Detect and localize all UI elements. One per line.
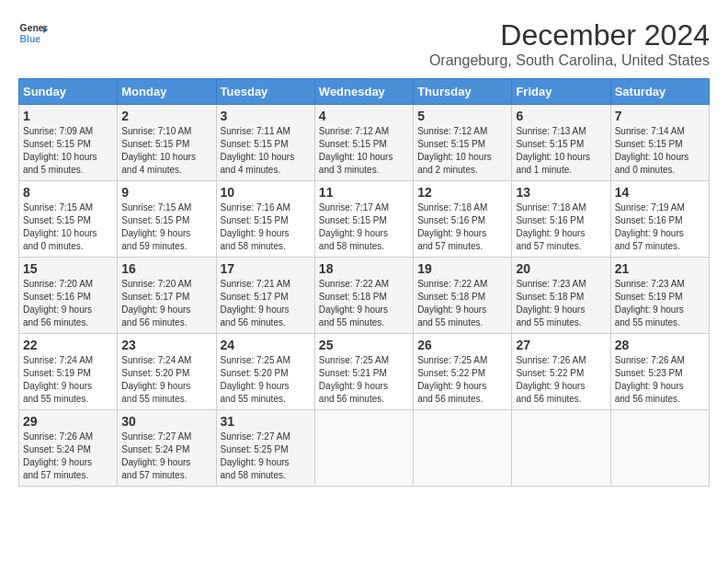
day-cell: [314, 410, 413, 487]
day-info: Sunrise: 7:21 AM Sunset: 5:17 PM Dayligh…: [221, 278, 311, 329]
logo-icon: General Blue: [18, 18, 48, 48]
location-subtitle: Orangeburg, South Carolina, United State…: [429, 52, 710, 69]
day-cell: 11Sunrise: 7:17 AM Sunset: 5:15 PM Dayli…: [314, 181, 413, 258]
day-number: 28: [615, 338, 705, 352]
week-row-5: 29Sunrise: 7:26 AM Sunset: 5:24 PM Dayli…: [19, 410, 710, 487]
day-info: Sunrise: 7:23 AM Sunset: 5:18 PM Dayligh…: [516, 278, 606, 329]
day-number: 3: [221, 109, 311, 123]
day-info: Sunrise: 7:12 AM Sunset: 5:15 PM Dayligh…: [417, 125, 507, 177]
page-header: General Blue December 2024 Orangeburg, S…: [18, 18, 710, 69]
day-number: 22: [23, 338, 113, 352]
day-info: Sunrise: 7:22 AM Sunset: 5:18 PM Dayligh…: [417, 278, 507, 329]
day-number: 6: [516, 109, 606, 123]
day-cell: 4Sunrise: 7:12 AM Sunset: 5:15 PM Daylig…: [314, 105, 413, 181]
day-number: 27: [516, 338, 606, 352]
day-cell: 24Sunrise: 7:25 AM Sunset: 5:20 PM Dayli…: [216, 334, 314, 410]
day-info: Sunrise: 7:12 AM Sunset: 5:15 PM Dayligh…: [319, 125, 409, 177]
day-cell: 30Sunrise: 7:27 AM Sunset: 5:24 PM Dayli…: [118, 410, 216, 487]
day-info: Sunrise: 7:16 AM Sunset: 5:15 PM Dayligh…: [221, 201, 311, 253]
day-cell: 27Sunrise: 7:26 AM Sunset: 5:22 PM Dayli…: [512, 334, 610, 410]
day-number: 29: [23, 414, 113, 429]
day-info: Sunrise: 7:18 AM Sunset: 5:16 PM Dayligh…: [516, 201, 606, 253]
month-title: December 2024: [429, 18, 710, 52]
day-cell: 1Sunrise: 7:09 AM Sunset: 5:15 PM Daylig…: [19, 105, 118, 181]
day-info: Sunrise: 7:10 AM Sunset: 5:15 PM Dayligh…: [121, 125, 211, 177]
day-cell: 29Sunrise: 7:26 AM Sunset: 5:24 PM Dayli…: [19, 410, 118, 487]
day-number: 26: [417, 338, 507, 352]
day-number: 7: [615, 109, 705, 123]
day-number: 19: [417, 261, 507, 276]
day-info: Sunrise: 7:18 AM Sunset: 5:16 PM Dayligh…: [417, 201, 507, 253]
day-cell: 25Sunrise: 7:25 AM Sunset: 5:21 PM Dayli…: [314, 334, 413, 410]
week-row-3: 15Sunrise: 7:20 AM Sunset: 5:16 PM Dayli…: [19, 258, 710, 334]
day-info: Sunrise: 7:14 AM Sunset: 5:15 PM Dayligh…: [615, 125, 705, 177]
day-cell: 18Sunrise: 7:22 AM Sunset: 5:18 PM Dayli…: [314, 258, 413, 334]
day-cell: [610, 410, 709, 487]
day-number: 25: [319, 338, 409, 352]
day-number: 13: [516, 185, 606, 200]
day-cell: 13Sunrise: 7:18 AM Sunset: 5:16 PM Dayli…: [512, 181, 610, 258]
day-number: 18: [319, 261, 409, 276]
day-cell: 17Sunrise: 7:21 AM Sunset: 5:17 PM Dayli…: [216, 258, 314, 334]
day-info: Sunrise: 7:22 AM Sunset: 5:18 PM Dayligh…: [319, 278, 409, 329]
day-cell: 7Sunrise: 7:14 AM Sunset: 5:15 PM Daylig…: [610, 105, 709, 181]
day-cell: 9Sunrise: 7:15 AM Sunset: 5:15 PM Daylig…: [118, 181, 216, 258]
day-info: Sunrise: 7:25 AM Sunset: 5:21 PM Dayligh…: [319, 354, 409, 406]
day-cell: 12Sunrise: 7:18 AM Sunset: 5:16 PM Dayli…: [414, 181, 512, 258]
day-number: 12: [417, 185, 507, 200]
day-cell: 15Sunrise: 7:20 AM Sunset: 5:16 PM Dayli…: [19, 258, 118, 334]
day-info: Sunrise: 7:17 AM Sunset: 5:15 PM Dayligh…: [319, 201, 409, 253]
day-cell: 20Sunrise: 7:23 AM Sunset: 5:18 PM Dayli…: [512, 258, 610, 334]
header-cell-sunday: Sunday: [19, 79, 118, 105]
day-cell: 19Sunrise: 7:22 AM Sunset: 5:18 PM Dayli…: [414, 258, 512, 334]
week-row-2: 8Sunrise: 7:15 AM Sunset: 5:15 PM Daylig…: [19, 181, 710, 258]
day-info: Sunrise: 7:26 AM Sunset: 5:23 PM Dayligh…: [615, 354, 705, 406]
day-info: Sunrise: 7:25 AM Sunset: 5:22 PM Dayligh…: [417, 354, 507, 406]
day-number: 15: [23, 261, 113, 276]
day-info: Sunrise: 7:20 AM Sunset: 5:16 PM Dayligh…: [23, 278, 113, 329]
day-info: Sunrise: 7:09 AM Sunset: 5:15 PM Dayligh…: [23, 125, 113, 177]
day-info: Sunrise: 7:25 AM Sunset: 5:20 PM Dayligh…: [221, 354, 311, 406]
day-cell: 2Sunrise: 7:10 AM Sunset: 5:15 PM Daylig…: [118, 105, 216, 181]
week-row-1: 1Sunrise: 7:09 AM Sunset: 5:15 PM Daylig…: [19, 105, 710, 181]
day-cell: 10Sunrise: 7:16 AM Sunset: 5:15 PM Dayli…: [216, 181, 314, 258]
day-number: 21: [615, 261, 705, 276]
day-number: 11: [319, 185, 409, 200]
day-cell: 22Sunrise: 7:24 AM Sunset: 5:19 PM Dayli…: [19, 334, 118, 410]
day-info: Sunrise: 7:27 AM Sunset: 5:25 PM Dayligh…: [221, 431, 311, 482]
day-number: 1: [23, 109, 113, 123]
day-number: 30: [121, 414, 211, 429]
day-cell: 16Sunrise: 7:20 AM Sunset: 5:17 PM Dayli…: [118, 258, 216, 334]
logo: General Blue: [18, 18, 48, 48]
day-info: Sunrise: 7:26 AM Sunset: 5:24 PM Dayligh…: [23, 431, 113, 482]
day-number: 31: [221, 414, 311, 429]
day-info: Sunrise: 7:20 AM Sunset: 5:17 PM Dayligh…: [121, 278, 211, 329]
week-row-4: 22Sunrise: 7:24 AM Sunset: 5:19 PM Dayli…: [19, 334, 710, 410]
calendar-table: SundayMondayTuesdayWednesdayThursdayFrid…: [18, 78, 710, 487]
day-number: 23: [121, 338, 211, 352]
day-cell: 14Sunrise: 7:19 AM Sunset: 5:16 PM Dayli…: [610, 181, 709, 258]
day-number: 2: [121, 109, 211, 123]
day-number: 5: [417, 109, 507, 123]
day-cell: 21Sunrise: 7:23 AM Sunset: 5:19 PM Dayli…: [610, 258, 709, 334]
day-number: 16: [121, 261, 211, 276]
day-info: Sunrise: 7:24 AM Sunset: 5:20 PM Dayligh…: [121, 354, 211, 406]
day-info: Sunrise: 7:24 AM Sunset: 5:19 PM Dayligh…: [23, 354, 113, 406]
title-block: December 2024 Orangeburg, South Carolina…: [429, 18, 710, 69]
header-cell-thursday: Thursday: [414, 79, 512, 105]
svg-text:Blue: Blue: [20, 34, 41, 44]
day-info: Sunrise: 7:15 AM Sunset: 5:15 PM Dayligh…: [23, 201, 113, 253]
day-info: Sunrise: 7:27 AM Sunset: 5:24 PM Dayligh…: [121, 431, 211, 482]
day-number: 24: [221, 338, 311, 352]
day-cell: 8Sunrise: 7:15 AM Sunset: 5:15 PM Daylig…: [19, 181, 118, 258]
day-info: Sunrise: 7:26 AM Sunset: 5:22 PM Dayligh…: [516, 354, 606, 406]
day-cell: 26Sunrise: 7:25 AM Sunset: 5:22 PM Dayli…: [414, 334, 512, 410]
header-cell-friday: Friday: [512, 79, 610, 105]
day-number: 4: [319, 109, 409, 123]
day-cell: 3Sunrise: 7:11 AM Sunset: 5:15 PM Daylig…: [216, 105, 314, 181]
day-number: 14: [615, 185, 705, 200]
day-number: 9: [121, 185, 211, 200]
day-info: Sunrise: 7:23 AM Sunset: 5:19 PM Dayligh…: [615, 278, 705, 329]
day-cell: [512, 410, 610, 487]
day-info: Sunrise: 7:13 AM Sunset: 5:15 PM Dayligh…: [516, 125, 606, 177]
